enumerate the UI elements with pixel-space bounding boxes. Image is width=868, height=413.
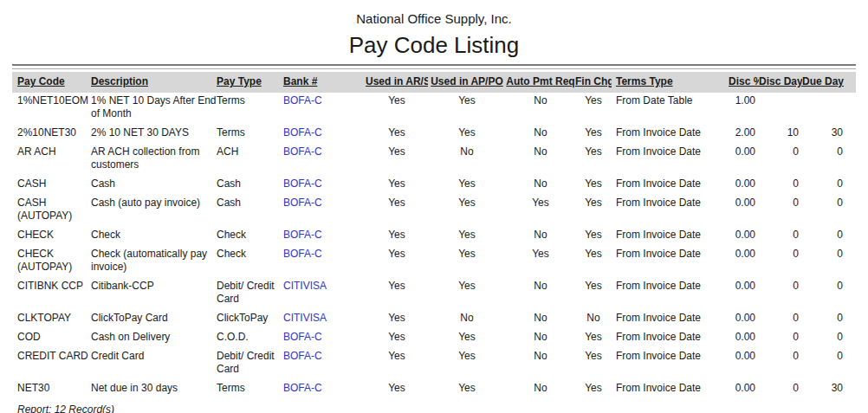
cell-disc-day: 0	[759, 329, 802, 348]
cell-disc-day: 0	[759, 176, 802, 195]
report-page: National Office Supply, Inc. Pay Code Li…	[0, 0, 868, 413]
cell-disc-day: 0	[759, 227, 802, 246]
cell-terms-type: From Invoice Date	[612, 144, 729, 176]
bank-link[interactable]: BOFA-C	[283, 350, 322, 362]
bank-link[interactable]: BOFA-C	[283, 331, 322, 343]
cell-due-day: 0	[802, 227, 856, 246]
cell-terms-type: From Invoice Date	[612, 310, 729, 329]
cell-pay-type: Terms	[217, 380, 283, 399]
cell-pay-code: CREDIT CARD	[12, 348, 91, 380]
table-row: CITIBNK CCPCitibank-CCPDebit/ Credit Car…	[12, 278, 856, 310]
cell-bank: CITIVISA	[283, 310, 366, 329]
cell-terms-type: From Invoice Date	[612, 227, 729, 246]
cell-disc-pct: 0.00	[729, 310, 759, 329]
pay-code-table: Pay CodeDescriptionPay TypeBank #Used in…	[12, 72, 856, 399]
cell-used-ar-so: Yes	[366, 348, 428, 380]
cell-description: Check	[91, 227, 217, 246]
cell-disc-pct: 0.00	[729, 195, 759, 227]
column-header-bank: Bank #	[283, 72, 366, 93]
cell-used-ap-po: Yes	[428, 348, 506, 380]
cell-fin-chg: Yes	[575, 278, 612, 310]
cell-pay-code: CITIBNK CCP	[12, 278, 91, 310]
cell-pay-type: Debit/ Credit Card	[217, 278, 283, 310]
table-row: CODCash on DeliveryC.O.D.BOFA-CYesYesNoY…	[12, 329, 856, 348]
cell-terms-type: From Invoice Date	[612, 125, 729, 144]
cell-disc-day: 0	[759, 144, 802, 176]
cell-used-ar-so: Yes	[366, 176, 428, 195]
cell-used-ap-po: Yes	[428, 195, 506, 227]
bank-link[interactable]: BOFA-C	[283, 126, 322, 139]
cell-due-day: 0	[802, 329, 856, 348]
cell-pay-code: CHECK (AUTOPAY)	[12, 246, 91, 278]
cell-pay-type: ACH	[217, 144, 283, 176]
cell-disc-pct: 0.00	[729, 144, 759, 176]
cell-pay-code: CHECK	[12, 227, 91, 246]
cell-description: Cash (auto pay invoice)	[91, 195, 217, 227]
cell-description: Check (automatically pay invoice)	[91, 246, 217, 278]
cell-fin-chg: Yes	[575, 195, 612, 227]
cell-pay-code: COD	[12, 329, 91, 348]
column-header-disc-pct: Disc %	[729, 72, 759, 93]
cell-auto-pmt-req: No	[506, 227, 575, 246]
bank-link[interactable]: BOFA-C	[283, 94, 322, 106]
table-row: CASHCashCashBOFA-CYesYesNoYesFrom Invoic…	[12, 176, 856, 195]
cell-pay-code: CASH	[12, 176, 91, 195]
cell-auto-pmt-req: No	[506, 380, 575, 399]
cell-fin-chg: Yes	[575, 176, 612, 195]
cell-pay-code: NET30	[12, 380, 91, 399]
bank-link[interactable]: BOFA-C	[283, 197, 322, 209]
cell-disc-pct: 0.00	[729, 278, 759, 310]
cell-auto-pmt-req: No	[506, 93, 575, 125]
cell-used-ar-so: Yes	[366, 380, 428, 399]
cell-due-day: 0	[802, 348, 856, 380]
bank-link[interactable]: CITIVISA	[283, 312, 327, 324]
cell-description: AR ACH collection from customers	[91, 144, 217, 176]
column-header-used-ap-po: Used in AP/PO	[428, 72, 506, 93]
cell-disc-day: 0	[759, 246, 802, 278]
cell-used-ar-so: Yes	[366, 93, 428, 125]
bank-link[interactable]: BOFA-C	[283, 229, 322, 241]
cell-auto-pmt-req: No	[506, 329, 575, 348]
cell-fin-chg: Yes	[575, 246, 612, 278]
cell-pay-type: Terms	[217, 125, 283, 144]
bank-link[interactable]: BOFA-C	[283, 177, 322, 190]
cell-pay-type: Terms	[217, 93, 283, 125]
table-row: AR ACHAR ACH collection from customersAC…	[12, 144, 856, 176]
cell-disc-pct: 0.00	[729, 329, 759, 348]
cell-used-ar-so: Yes	[366, 144, 428, 176]
cell-description: Citibank-CCP	[91, 278, 217, 310]
table-row: CREDIT CARDCredit CardDebit/ Credit Card…	[12, 348, 856, 380]
cell-due-day: 0	[802, 195, 856, 227]
column-header-due-day: Due Day	[802, 72, 856, 93]
cell-used-ap-po: Yes	[428, 125, 506, 144]
column-header-pay-code: Pay Code	[12, 72, 91, 93]
cell-description: Cash	[91, 176, 217, 195]
column-header-auto-pmt-req: Auto Pmt Req	[506, 72, 575, 93]
cell-auto-pmt-req: No	[506, 310, 575, 329]
cell-used-ap-po: Yes	[428, 246, 506, 278]
cell-terms-type: From Invoice Date	[612, 278, 729, 310]
cell-disc-day: 0	[759, 348, 802, 380]
cell-due-day: 0	[802, 278, 856, 310]
cell-bank: BOFA-C	[283, 125, 366, 144]
cell-terms-type: From Invoice Date	[612, 176, 729, 195]
cell-fin-chg: Yes	[575, 348, 612, 380]
bank-link[interactable]: CITIVISA	[283, 280, 327, 292]
cell-due-day: 0	[802, 246, 856, 278]
cell-terms-type: From Invoice Date	[612, 246, 729, 278]
bank-link[interactable]: BOFA-C	[283, 382, 322, 394]
cell-used-ar-so: Yes	[366, 310, 428, 329]
cell-bank: BOFA-C	[283, 246, 366, 278]
cell-fin-chg: Yes	[575, 144, 612, 176]
company-name: National Office Supply, Inc.	[0, 0, 868, 27]
bank-link[interactable]: BOFA-C	[283, 248, 322, 260]
cell-disc-pct: 0.00	[729, 246, 759, 278]
cell-bank: BOFA-C	[283, 380, 366, 399]
cell-pay-code: AR ACH	[12, 144, 91, 176]
cell-due-day	[802, 93, 856, 125]
bank-link[interactable]: BOFA-C	[283, 145, 322, 158]
table-row: CHECK (AUTOPAY)Check (automatically pay …	[12, 246, 856, 278]
cell-disc-day: 10	[759, 125, 802, 144]
table-row: CASH (AUTOPAY)Cash (auto pay invoice)Cas…	[12, 195, 856, 227]
cell-auto-pmt-req: Yes	[506, 246, 575, 278]
